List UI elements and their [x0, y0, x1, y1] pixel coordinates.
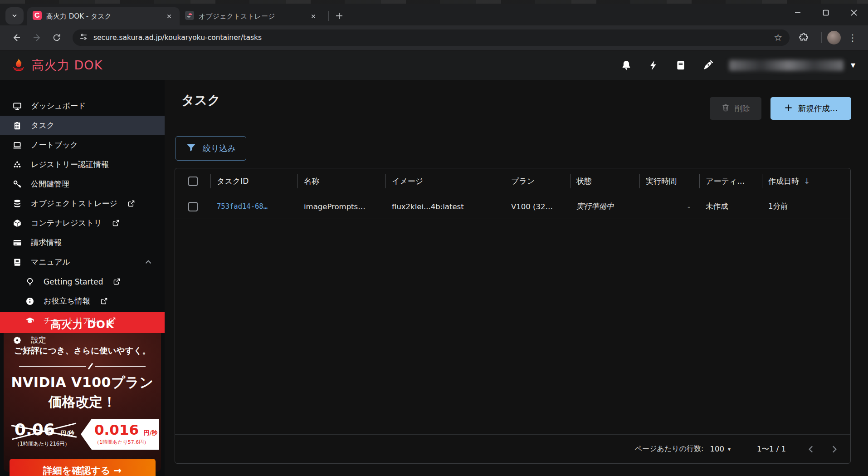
filter-button[interactable]: 絞り込み	[176, 136, 246, 161]
window-controls	[784, 0, 868, 25]
browser-window: 高火力 DOK - タスク オブジェクトストレージ secure.sakura.…	[0, 0, 868, 476]
close-window-button[interactable]	[840, 0, 868, 25]
address-bar[interactable]: secure.sakura.ad.jp/koukaryoku-container…	[73, 29, 790, 46]
credit-card-icon	[13, 238, 22, 247]
rows-per-page-select[interactable]: 100 ▾	[710, 445, 731, 453]
extensions-icon[interactable]	[796, 30, 811, 45]
sort-desc-icon[interactable]: ↓	[804, 177, 810, 186]
task-created: 1分前	[762, 201, 850, 211]
sidebar-item-tasks[interactable]: タスク	[0, 116, 165, 135]
back-button[interactable]	[9, 30, 24, 45]
column-header-plan[interactable]: プラン	[505, 168, 570, 194]
table-row[interactable]: 753fad14-68… imagePrompts… flux2klei...4…	[175, 194, 850, 219]
funnel-icon	[186, 142, 196, 155]
column-header-duration[interactable]: 実行時間	[639, 168, 699, 194]
sidebar-item-registry-credentials[interactable]: レジストリー認証情報	[0, 155, 165, 174]
external-link-icon	[113, 278, 121, 285]
external-link-icon	[100, 297, 108, 305]
browser-profile-avatar[interactable]	[827, 31, 841, 44]
cube-icon	[13, 219, 22, 228]
tab-object-storage[interactable]: オブジェクトストレージ	[180, 7, 324, 25]
promo-banner-body: ご好評につき、さらに使いやすく。 NVIDIA V100プラン 価格改定！ 0.…	[4, 333, 161, 472]
column-header-status[interactable]: 状態	[570, 168, 639, 194]
external-link-icon	[108, 317, 116, 324]
app-header: 高火力 DOK ▼	[0, 50, 868, 80]
sidebar-item-public-keys[interactable]: 公開鍵管理	[0, 174, 165, 194]
tab-dok-tasks[interactable]: 高火力 DOK - タスク	[27, 7, 180, 25]
promo-heading-plan: NVIDIA V100プラン	[4, 373, 161, 392]
select-all-checkbox[interactable]	[188, 177, 198, 186]
pagination-bar: ページあたりの行数: 100 ▾ 1〜1 / 1	[175, 434, 850, 463]
info-circle-icon	[25, 297, 34, 306]
object-storage-favicon	[185, 11, 194, 22]
maximize-button[interactable]	[812, 0, 840, 25]
clipboard-tasks-icon	[13, 121, 22, 130]
create-new-button[interactable]: 新規作成…	[770, 97, 851, 120]
forward-button[interactable]	[29, 30, 44, 45]
tab-search-button[interactable]	[5, 7, 24, 25]
tab-close-icon[interactable]	[164, 11, 174, 21]
promo-heading-price-revision: 価格改定！	[4, 393, 161, 412]
page-title: タスク	[181, 92, 220, 109]
sidebar-item-tutorial[interactable]: チュートリアル	[0, 311, 165, 330]
promo-cta-button[interactable]: 詳細を確認する →	[10, 459, 156, 476]
delete-button[interactable]: 削除	[710, 97, 761, 120]
dots-cluster-icon	[13, 160, 22, 169]
new-price-badge: 0.016 円/秒 （1時間あたり57.6円）	[81, 419, 159, 450]
tab-title: オブジェクトストレージ	[199, 12, 304, 21]
plus-icon	[784, 103, 793, 114]
pagination-range: 1〜1 / 1	[757, 444, 786, 454]
sidebar-item-settings[interactable]: 設定	[0, 330, 165, 350]
sidebar-item-useful-info[interactable]: お役立ち情報	[0, 291, 165, 311]
sidebar-item-manual[interactable]: マニュアル	[0, 252, 165, 272]
browser-menu-icon[interactable]: ⋮	[841, 32, 861, 43]
bookmark-star-icon[interactable]: ☆	[771, 32, 785, 43]
manual-book-icon[interactable]	[675, 59, 687, 71]
new-price-note: （1時間あたり57.6円）	[94, 439, 159, 446]
main-content: タスク 削除 新規作成… 絞り込み タスクID 名称	[165, 80, 868, 476]
external-link-icon	[112, 219, 120, 227]
column-header-created[interactable]: 作成日時↓	[762, 168, 850, 194]
sidebar-item-container-registry[interactable]: コンテナレジストリ	[0, 213, 165, 233]
lightbulb-icon	[25, 277, 34, 286]
task-id-link[interactable]: 753fad14-68…	[210, 202, 297, 211]
tab-title: 高火力 DOK - タスク	[46, 12, 160, 21]
column-header-task-id[interactable]: タスクID	[210, 168, 297, 194]
reload-button[interactable]	[49, 30, 64, 45]
notifications-bell-icon[interactable]	[620, 59, 632, 71]
column-header-artifact[interactable]: アーティ…	[699, 168, 762, 194]
previous-page-icon[interactable]	[806, 444, 817, 455]
task-artifact: 未作成	[699, 201, 762, 211]
graduation-cap-icon	[25, 316, 34, 325]
brand-name: 高火力 DOK	[32, 57, 102, 74]
sidebar-item-getting-started[interactable]: Getting Started	[0, 272, 165, 291]
sidebar-item-billing[interactable]: 請求情報	[0, 233, 165, 252]
feedback-pen-icon[interactable]	[702, 59, 714, 71]
gear-icon	[13, 336, 22, 345]
page-actions: 削除 新規作成…	[710, 97, 851, 120]
book-icon	[13, 258, 22, 267]
url-text[interactable]: secure.sakura.ad.jp/koukaryoku-container…	[93, 34, 771, 42]
key-icon	[13, 180, 22, 189]
toolbar-divider	[821, 32, 822, 43]
task-plan: V100 (32…	[505, 202, 570, 211]
app-body: ダッシュボード タスク ノートブック レジストリー認証情報 公開鍵管理	[0, 80, 868, 476]
account-menu[interactable]: ▼	[729, 60, 855, 71]
next-page-icon[interactable]	[829, 444, 839, 455]
sidebar-item-object-storage[interactable]: オブジェクトストレージ	[0, 194, 165, 213]
row-checkbox[interactable]	[188, 202, 198, 211]
column-header-name[interactable]: 名称	[297, 168, 385, 194]
sidebar-item-dashboard[interactable]: ダッシュボード	[0, 96, 165, 116]
tab-close-icon[interactable]	[308, 11, 318, 21]
site-settings-icon[interactable]	[79, 32, 88, 43]
background-window-edge	[0, 0, 868, 4]
account-name-redacted	[729, 60, 844, 71]
new-tab-button[interactable]	[332, 8, 347, 24]
header-actions: ▼	[620, 59, 855, 71]
minimize-button[interactable]	[784, 0, 812, 25]
arrow-right-icon: →	[114, 465, 122, 476]
brand-logo[interactable]: 高火力 DOK	[11, 57, 102, 74]
sidebar-item-notebook[interactable]: ノートブック	[0, 135, 165, 155]
activity-bolt-icon[interactable]	[648, 59, 659, 71]
column-header-image[interactable]: イメージ	[385, 168, 505, 194]
